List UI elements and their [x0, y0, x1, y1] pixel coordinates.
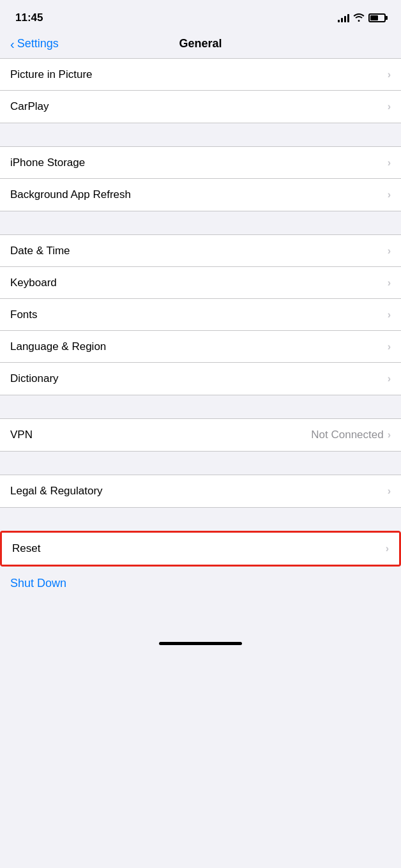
- item-right-fonts: ›: [388, 309, 391, 321]
- item-right-legal-regulatory: ›: [388, 485, 391, 497]
- shutdown-button[interactable]: Shut Down: [10, 577, 66, 590]
- chevron-right-icon: ›: [388, 277, 391, 289]
- section-datetime-etc: Date & Time › Keyboard › Fonts › Languag…: [0, 234, 401, 395]
- status-icons: [338, 13, 386, 24]
- list-item-reset[interactable]: Reset ›: [2, 533, 399, 565]
- list-item-fonts[interactable]: Fonts ›: [0, 299, 401, 331]
- section-vpn: VPN Not Connected ›: [0, 418, 401, 452]
- list-item-keyboard[interactable]: Keyboard ›: [0, 267, 401, 299]
- item-right-carplay: ›: [388, 101, 391, 112]
- item-right-language-region: ›: [388, 341, 391, 353]
- item-label-carplay: CarPlay: [10, 100, 49, 113]
- item-label-date-time: Date & Time: [10, 245, 70, 257]
- chevron-right-icon: ›: [388, 69, 391, 80]
- item-label-picture-in-picture: Picture in Picture: [10, 68, 93, 81]
- wifi-icon: [353, 13, 365, 24]
- item-right-vpn: Not Connected ›: [311, 429, 391, 441]
- chevron-right-icon: ›: [386, 543, 389, 554]
- list-item-dictionary[interactable]: Dictionary ›: [0, 363, 401, 395]
- chevron-right-icon: ›: [388, 101, 391, 112]
- shutdown-section: Shut Down: [0, 567, 401, 600]
- item-right-dictionary: ›: [388, 373, 391, 385]
- chevron-right-icon: ›: [388, 189, 391, 201]
- nav-bar: ‹ Settings General: [0, 32, 401, 58]
- back-chevron-icon: ‹: [10, 38, 15, 50]
- chevron-right-icon: ›: [388, 429, 391, 441]
- chevron-right-icon: ›: [388, 157, 391, 169]
- item-label-iphone-storage: iPhone Storage: [10, 156, 85, 169]
- reset-section: Reset ›: [0, 531, 401, 567]
- list-item-language-region[interactable]: Language & Region ›: [0, 331, 401, 363]
- vpn-status: Not Connected: [311, 429, 383, 441]
- signal-bars-icon: [338, 13, 349, 22]
- item-right-reset: ›: [386, 543, 389, 554]
- bottom-area: [0, 600, 401, 651]
- chevron-right-icon: ›: [388, 373, 391, 385]
- item-right-keyboard: ›: [388, 277, 391, 289]
- item-label-language-region: Language & Region: [10, 340, 106, 353]
- item-right-background-app-refresh: ›: [388, 189, 391, 201]
- item-right-date-time: ›: [388, 245, 391, 257]
- item-right-iphone-storage: ›: [388, 157, 391, 169]
- section-gap-4: [0, 452, 401, 475]
- chevron-right-icon: ›: [388, 309, 391, 321]
- back-button[interactable]: ‹ Settings: [10, 37, 59, 50]
- item-label-fonts: Fonts: [10, 308, 38, 321]
- back-label: Settings: [17, 37, 59, 50]
- list-item-vpn[interactable]: VPN Not Connected ›: [0, 419, 401, 451]
- section-storage: iPhone Storage › Background App Refresh …: [0, 146, 401, 211]
- chevron-right-icon: ›: [388, 245, 391, 257]
- list-item-legal-regulatory[interactable]: Legal & Regulatory ›: [0, 475, 401, 507]
- list-item-date-time[interactable]: Date & Time ›: [0, 235, 401, 267]
- section-pip-carplay: Picture in Picture › CarPlay ›: [0, 58, 401, 123]
- section-gap-5: [0, 508, 401, 531]
- chevron-right-icon: ›: [388, 485, 391, 497]
- status-bar: 11:45: [0, 0, 401, 32]
- item-label-background-app-refresh: Background App Refresh: [10, 188, 131, 201]
- section-gap-2: [0, 211, 401, 234]
- item-label-legal-regulatory: Legal & Regulatory: [10, 485, 103, 498]
- status-time: 11:45: [15, 11, 43, 24]
- home-indicator: [159, 642, 242, 645]
- chevron-right-icon: ›: [388, 341, 391, 353]
- section-legal: Legal & Regulatory ›: [0, 475, 401, 508]
- list-item-picture-in-picture[interactable]: Picture in Picture ›: [0, 59, 401, 91]
- list-item-carplay[interactable]: CarPlay ›: [0, 91, 401, 123]
- item-label-reset: Reset: [12, 542, 40, 555]
- item-label-vpn: VPN: [10, 429, 33, 441]
- list-item-iphone-storage[interactable]: iPhone Storage ›: [0, 147, 401, 179]
- list-item-background-app-refresh[interactable]: Background App Refresh ›: [0, 179, 401, 211]
- page-title: General: [179, 37, 222, 50]
- battery-icon: [368, 13, 386, 22]
- item-label-dictionary: Dictionary: [10, 372, 59, 385]
- section-gap-1: [0, 123, 401, 146]
- section-gap-3: [0, 395, 401, 418]
- item-label-keyboard: Keyboard: [10, 277, 57, 289]
- item-right-picture-in-picture: ›: [388, 69, 391, 80]
